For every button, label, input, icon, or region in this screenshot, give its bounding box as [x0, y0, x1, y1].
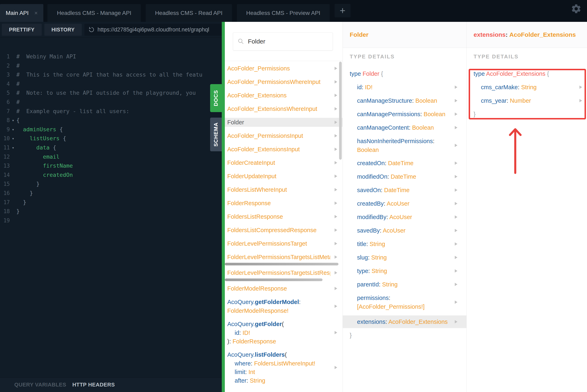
type-field-row[interactable]: type AcoFolder_Extensions { — [467, 69, 587, 78]
schema-tab[interactable]: SCHEMA — [210, 118, 222, 151]
tab-query-variables[interactable]: QUERY VARIABLES — [14, 382, 66, 388]
docs-list-item[interactable]: FolderLevelPermissionsTargetsListRespo — [225, 268, 343, 277]
code-text: # Note: to use the API outside of the pl… — [16, 88, 196, 98]
text-span: Folder — [227, 119, 244, 126]
docs-list-item[interactable]: FoldersListCompressedResponse — [225, 226, 343, 234]
docs-scrollbar[interactable] — [339, 62, 342, 160]
code-line[interactable]: 19 — [2, 216, 222, 225]
annotation-arrow-icon — [507, 126, 523, 176]
code-line[interactable]: 4# — [2, 80, 222, 88]
type-field-row[interactable]: savedBy: AcoUser — [343, 226, 466, 235]
type-field-row[interactable]: createdBy: AcoUser — [343, 199, 466, 208]
docs-list-item[interactable]: Folder — [225, 118, 343, 127]
type-field-row[interactable]: parentId: String — [343, 280, 466, 289]
type-field-row[interactable]: createdOn: DateTime — [343, 159, 466, 168]
query-editor[interactable]: 1# Webiny Main API2#3# This is the core … — [0, 38, 222, 377]
code-line[interactable]: 13 firstName — [2, 161, 222, 170]
docs-list-item[interactable]: AcoQuery.getFolder(id: ID!): FolderRespo… — [225, 320, 343, 346]
code-line[interactable]: 16 } — [2, 189, 222, 198]
fold-arrow-icon[interactable]: ▾ — [10, 143, 16, 152]
docs-list-item[interactable]: AcoFolder_PermissionsWhereInput — [225, 78, 343, 86]
docs-list-item[interactable]: FoldersListResponse — [225, 212, 343, 221]
api-tab[interactable]: Main API× — [0, 4, 43, 22]
type-field-row[interactable]: hasNonInheritedPermissions:Boolean — [343, 136, 466, 154]
code-line[interactable]: 17 } — [2, 198, 222, 207]
type-field-row[interactable]: modifiedOn: DateTime — [343, 172, 466, 181]
tab-label: Headless CMS - Read API — [155, 10, 223, 16]
type-field-row[interactable]: canManageContent: Boolean — [343, 123, 466, 132]
docs-list-item[interactable]: AcoFolder_ExtensionsInput — [225, 145, 343, 154]
horizontal-scrollbar[interactable] — [225, 278, 323, 281]
new-tab-button[interactable]: + — [335, 4, 351, 17]
text-span: listFolders — [255, 351, 285, 358]
docs-list-item[interactable]: AcoFolder_PermissionsInput — [225, 131, 343, 140]
text-span: createdBy — [357, 200, 384, 207]
code-line[interactable]: 1# Webiny Main API — [2, 52, 222, 61]
code-line[interactable]: 9▾ adminUsers { — [2, 125, 222, 134]
tab-http-headers[interactable]: HTTP HEADERS — [72, 382, 115, 388]
type-field-row[interactable]: canManageStructure: Boolean — [343, 96, 466, 105]
type-field-row[interactable]: id: ID! — [343, 83, 466, 92]
code-line[interactable]: 15 } — [2, 180, 222, 189]
fold-arrow-icon[interactable]: ▾ — [10, 134, 16, 143]
type-field-row[interactable]: } — [343, 331, 466, 340]
api-tab[interactable]: Headless CMS - Read API — [146, 4, 232, 22]
code-line[interactable]: 11▾ data { — [2, 143, 222, 152]
code-line[interactable]: 8▾{ — [2, 116, 222, 125]
type-field-row-selected[interactable]: extensions: AcoFolder_Extensions — [343, 316, 466, 328]
docs-search[interactable] — [233, 32, 333, 50]
horizontal-scrollbar[interactable] — [225, 263, 339, 266]
docs-list-item[interactable]: AcoFolder_ExtensionsWhereInput — [225, 104, 343, 113]
code-line[interactable]: 5# Note: to use the API outside of the p… — [2, 88, 222, 98]
line-number: 2 — [2, 61, 10, 70]
type-field-row[interactable]: cms_carMake: String — [467, 83, 587, 92]
settings-button[interactable] — [571, 3, 582, 14]
docs-list-item[interactable]: FoldersListWhereInput — [225, 185, 343, 194]
docs-list-item[interactable]: AcoQuery.getFolderModel:FolderModelRespo… — [225, 298, 343, 315]
text-span: : — [409, 124, 412, 131]
docs-list-item[interactable]: FolderUpdateInput — [225, 172, 343, 181]
endpoint-url-box[interactable] — [84, 24, 222, 36]
type-field-row[interactable]: canManagePermissions: Boolean — [343, 110, 466, 118]
code-line[interactable]: 6# — [2, 98, 222, 107]
docs-list-item[interactable]: FolderLevelPermissionsTargetsListMeta — [225, 252, 343, 262]
code-line[interactable]: 10▾ listUsers { — [2, 134, 222, 143]
type-field-row[interactable]: type Folder { — [343, 69, 466, 78]
history-button[interactable]: HISTORY — [44, 24, 82, 36]
code-line[interactable]: 18} — [2, 207, 222, 216]
type-field-row[interactable]: modifiedBy: AcoUser — [343, 212, 466, 222]
type-field-row[interactable]: savedOn: DateTime — [343, 186, 466, 194]
type-field-row[interactable]: } — [467, 110, 587, 118]
code-text: } — [16, 180, 40, 189]
code-line[interactable]: 7# Example query - list all users: — [2, 107, 222, 116]
api-tab[interactable]: Headless CMS - Manage API — [48, 4, 141, 22]
type-field-row[interactable]: slug: String — [343, 253, 466, 262]
type-field-row[interactable]: cms_year: Number — [467, 96, 587, 105]
docs-list-item[interactable]: AcoQuery.listFolders(where: FoldersListW… — [225, 350, 343, 385]
api-tab[interactable]: Headless CMS - Preview API — [237, 4, 330, 22]
text-span: AcoUser — [387, 200, 409, 207]
docs-list-item[interactable]: FolderResponse — [225, 199, 343, 208]
type-field-row[interactable]: type: String — [343, 266, 466, 276]
docs-list-item[interactable]: FolderLevelPermissionsTarget — [225, 239, 343, 248]
prettify-button[interactable]: PRETTIFY — [2, 24, 42, 36]
endpoint-url-input[interactable] — [98, 26, 218, 33]
docs-panel-edge[interactable] — [222, 22, 225, 392]
close-icon[interactable]: × — [34, 10, 38, 16]
code-line[interactable]: 3# This is the core API that has access … — [2, 70, 222, 80]
type-field-row[interactable]: title: String — [343, 240, 466, 248]
docs-search-input[interactable] — [248, 38, 328, 45]
docs-tab[interactable]: DOCS — [210, 84, 222, 112]
text-span: FolderLevelPermissionsTargetsListRespo — [227, 270, 330, 276]
docs-list-item[interactable]: FolderModelResponse — [225, 284, 343, 293]
code-line[interactable]: 2# — [2, 61, 222, 70]
docs-list-item[interactable]: FolderCreateInput — [225, 158, 343, 167]
code-line[interactable]: 14 createdOn — [2, 170, 222, 180]
code-line[interactable]: 12 email — [2, 152, 222, 162]
type-field-row[interactable]: permissions:[AcoFolder_Permissions!] — [343, 294, 466, 311]
text-span: ID! — [365, 84, 373, 90]
docs-list-item[interactable]: AcoFolder_Extensions — [225, 91, 343, 100]
fold-arrow-icon[interactable]: ▾ — [10, 125, 16, 134]
docs-list-item[interactable]: AcoFolder_Permissions — [225, 64, 343, 73]
fold-arrow-icon[interactable]: ▾ — [10, 116, 16, 125]
